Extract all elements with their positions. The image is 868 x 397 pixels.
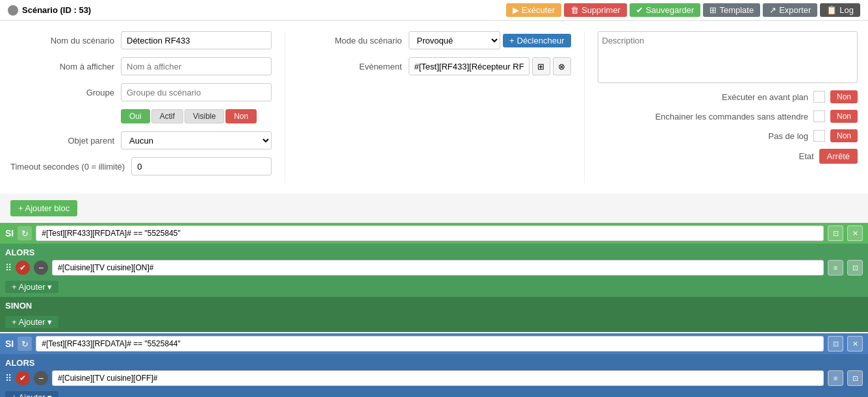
si-expand-2[interactable]: ⊡: [828, 336, 843, 352]
timeout-input[interactable]: [131, 157, 271, 175]
declencheur-button[interactable]: + Déclencheur: [503, 34, 571, 47]
alors-row-2: ⠿ ✔ − ≡ ⊡: [5, 370, 863, 386]
alors-input-1[interactable]: [52, 260, 824, 275]
description-textarea[interactable]: [598, 31, 858, 83]
executer-avant-plan-checkbox[interactable]: [813, 91, 825, 103]
template-icon: ⊞: [709, 5, 717, 15]
exporter-button[interactable]: ↗ Exporter: [763, 3, 817, 17]
header-bar: Scénario (ID : 53) ▶ Exécuter 🗑 Supprime…: [0, 0, 868, 21]
evenement-row: Evènement ⊞ ⊗: [298, 57, 571, 75]
minus-1[interactable]: −: [34, 261, 48, 275]
enchainer-row: Enchainer les commandes sans attendre No…: [598, 110, 858, 123]
log-icon: 📋: [826, 5, 837, 15]
supprimer-button[interactable]: 🗑 Supprimer: [564, 3, 627, 17]
nom-afficher-input[interactable]: [121, 57, 272, 75]
pas-de-log-row: Pas de log Non: [598, 129, 858, 142]
alors-icon-btn-2a[interactable]: ≡: [828, 370, 843, 386]
si-label-2: SI: [5, 339, 14, 349]
alors-icon-btn-1b[interactable]: ⊡: [847, 260, 863, 275]
trash-icon: 🗑: [570, 5, 579, 15]
groupe-label: Groupe: [10, 88, 114, 97]
red-check-2[interactable]: ✔: [16, 371, 30, 385]
si-refresh-1[interactable]: ↻: [18, 226, 32, 240]
alors-block-1: ALORS ⠿ ✔ − ≡ ⊡ + Ajouter ▾: [0, 244, 868, 297]
log-button[interactable]: 📋 Log: [820, 3, 860, 17]
main-form: Nom du scénario Nom à afficher Groupe Ou…: [0, 21, 868, 194]
objet-parent-select[interactable]: Aucun: [121, 131, 272, 149]
si-label-1: SI: [5, 228, 14, 238]
evenement-settings-button[interactable]: ⊞: [532, 57, 550, 75]
nom-scenario-label: Nom du scénario: [10, 36, 114, 45]
nom-scenario-row: Nom du scénario: [10, 31, 272, 49]
title-text: Scénario (ID : 53): [22, 5, 91, 15]
sinon-add-button-1[interactable]: + Ajouter ▾: [5, 316, 58, 328]
evenement-input[interactable]: [409, 57, 530, 75]
si-condition-input-1[interactable]: [36, 225, 824, 241]
etat-row: Etat Arrêté: [598, 149, 858, 164]
arrete-button[interactable]: Arrêté: [819, 149, 858, 164]
actif-toggle[interactable]: Actif: [151, 109, 183, 123]
alors-icon-btn-1a[interactable]: ≡: [828, 260, 843, 275]
drag-handle-1[interactable]: ⠿: [5, 263, 12, 273]
header-buttons: ▶ Exécuter 🗑 Supprimer ✔ Sauvegarder ⊞ T…: [506, 3, 860, 17]
executer-avant-plan-row: Exécuter en avant plan Non: [598, 90, 858, 103]
alors-add-row-2: + Ajouter ▾: [5, 389, 863, 397]
mode-select[interactable]: Provoqué: [409, 31, 500, 49]
drag-handle-2[interactable]: ⠿: [5, 373, 12, 383]
si-header-1: SI ↻ ⊡ ✕: [0, 223, 868, 244]
enchainer-checkbox[interactable]: [813, 110, 825, 122]
pas-de-log-checkbox[interactable]: [813, 130, 825, 142]
executer-avant-plan-non[interactable]: Non: [830, 90, 858, 103]
si-close-1[interactable]: ✕: [847, 225, 863, 241]
timeout-label: Timeout secondes (0 = illimité): [10, 162, 125, 172]
pas-de-log-label: Pas de log: [769, 131, 808, 141]
timeout-row: Timeout secondes (0 = illimité): [10, 157, 272, 175]
enchainer-non[interactable]: Non: [830, 110, 858, 123]
sinon-block-1: SINON + Ajouter ▾: [0, 297, 868, 332]
nom-afficher-row: Nom à afficher: [10, 57, 272, 75]
alors-add-row-1: + Ajouter ▾: [5, 278, 863, 293]
si-header-2: SI ↻ ⊡ ✕: [0, 333, 868, 354]
template-button[interactable]: ⊞ Template: [703, 3, 760, 17]
visible-toggle[interactable]: Visible: [185, 109, 224, 123]
alors-input-2[interactable]: [52, 370, 824, 386]
sinon-add-row-1: + Ajouter ▾: [5, 313, 863, 328]
form-grid: Nom du scénario Nom à afficher Groupe Ou…: [10, 31, 858, 183]
executer-avant-plan-label: Exécuter en avant plan: [722, 92, 808, 102]
si-close-2[interactable]: ✕: [847, 336, 863, 352]
toggle-group: Oui Actif Visible Non: [121, 109, 257, 123]
evenement-label: Evènement: [298, 62, 402, 71]
form-center: Mode du scénario Provoqué + Déclencheur …: [285, 31, 584, 183]
si-block-2: SI ↻ ⊡ ✕ ALORS ⠿ ✔ − ≡ ⊡ + Ajouter ▾ SIN…: [0, 333, 868, 397]
objet-parent-row: Objet parent Aucun: [10, 131, 272, 149]
actif-visible-row: Oui Actif Visible Non: [10, 109, 272, 123]
oui-toggle[interactable]: Oui: [121, 109, 150, 123]
si-block-1: SI ↻ ⊡ ✕ ALORS ⠿ ✔ − ≡ ⊡ + Ajouter ▾ SIN…: [0, 223, 868, 332]
evenement-delete-button[interactable]: ⊗: [553, 57, 571, 75]
si-condition-input-2[interactable]: [36, 336, 824, 352]
plus-icon: +: [509, 36, 515, 45]
form-left: Nom du scénario Nom à afficher Groupe Ou…: [10, 31, 285, 183]
add-block-section: + Ajouter bloc: [0, 194, 868, 223]
si-refresh-2[interactable]: ↻: [18, 337, 32, 351]
red-check-1[interactable]: ✔: [16, 261, 30, 275]
executer-button[interactable]: ▶ Exécuter: [506, 3, 561, 17]
page-title: Scénario (ID : 53): [8, 5, 91, 16]
mode-row: Mode du scénario Provoqué + Déclencheur: [298, 31, 571, 49]
add-block-button[interactable]: + Ajouter bloc: [10, 200, 77, 216]
enchainer-label: Enchainer les commandes sans attendre: [655, 112, 808, 122]
pas-de-log-non[interactable]: Non: [830, 129, 858, 142]
alors-icon-btn-2b[interactable]: ⊡: [847, 370, 863, 386]
groupe-input[interactable]: [121, 83, 272, 101]
alors-label-2: ALORS: [5, 358, 863, 368]
alors-add-button-2[interactable]: + Ajouter ▾: [5, 391, 58, 397]
nom-afficher-label: Nom à afficher: [10, 62, 114, 71]
alors-add-button-1[interactable]: + Ajouter ▾: [5, 281, 58, 293]
nom-scenario-input[interactable]: [121, 31, 272, 49]
si-expand-1[interactable]: ⊡: [828, 225, 843, 241]
sauvegarder-button[interactable]: ✔ Sauvegarder: [630, 3, 700, 17]
alors-block-2: ALORS ⠿ ✔ − ≡ ⊡ + Ajouter ▾: [0, 354, 868, 397]
alors-label-1: ALORS: [5, 248, 863, 257]
non-toggle[interactable]: Non: [225, 109, 257, 123]
minus-2[interactable]: −: [34, 371, 48, 385]
